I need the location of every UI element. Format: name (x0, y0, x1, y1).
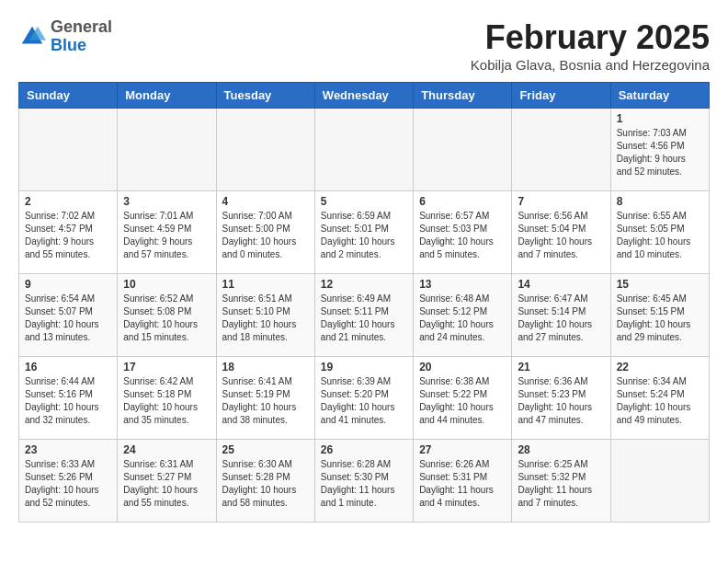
day-info: Sunrise: 6:25 AM Sunset: 5:32 PM Dayligh… (518, 458, 604, 510)
day-number: 1 (617, 112, 703, 125)
day-cell: 17Sunrise: 6:42 AM Sunset: 5:18 PM Dayli… (118, 357, 216, 440)
day-number: 28 (518, 443, 604, 456)
title-block: February 2025 Kobilja Glava, Bosnia and … (471, 18, 710, 73)
day-cell: 16Sunrise: 6:44 AM Sunset: 5:16 PM Dayli… (19, 357, 118, 440)
day-info: Sunrise: 6:33 AM Sunset: 5:26 PM Dayligh… (25, 458, 111, 510)
day-info: Sunrise: 7:03 AM Sunset: 4:56 PM Dayligh… (617, 127, 703, 178)
day-info: Sunrise: 6:47 AM Sunset: 5:14 PM Dayligh… (518, 293, 604, 344)
day-cell: 7Sunrise: 6:56 AM Sunset: 5:04 PM Daylig… (512, 191, 610, 274)
logo-general: General (51, 18, 112, 37)
day-info: Sunrise: 7:00 AM Sunset: 5:00 PM Dayligh… (222, 210, 309, 261)
day-cell: 24Sunrise: 6:31 AM Sunset: 5:27 PM Dayli… (118, 440, 216, 523)
day-info: Sunrise: 6:44 AM Sunset: 5:16 PM Dayligh… (25, 375, 111, 427)
logo-icon (18, 23, 46, 51)
day-cell: 27Sunrise: 6:26 AM Sunset: 5:31 PM Dayli… (414, 440, 512, 523)
day-info: Sunrise: 6:51 AM Sunset: 5:10 PM Dayligh… (222, 293, 309, 344)
day-number: 2 (25, 195, 111, 208)
day-number: 24 (123, 443, 210, 456)
day-number: 26 (321, 443, 407, 456)
day-cell: 15Sunrise: 6:45 AM Sunset: 5:15 PM Dayli… (610, 274, 709, 357)
day-cell: 5Sunrise: 6:59 AM Sunset: 5:01 PM Daylig… (314, 191, 413, 274)
day-cell: 19Sunrise: 6:39 AM Sunset: 5:20 PM Dayli… (314, 357, 413, 440)
day-number: 12 (321, 278, 407, 291)
weekday-header-tuesday: Tuesday (216, 83, 314, 109)
weekday-header-row: SundayMondayTuesdayWednesdayThursdayFrid… (19, 83, 710, 109)
day-cell: 13Sunrise: 6:48 AM Sunset: 5:12 PM Dayli… (414, 274, 512, 357)
day-info: Sunrise: 6:31 AM Sunset: 5:27 PM Dayligh… (123, 458, 210, 510)
day-cell: 6Sunrise: 6:57 AM Sunset: 5:03 PM Daylig… (414, 191, 512, 274)
day-info: Sunrise: 6:57 AM Sunset: 5:03 PM Dayligh… (419, 210, 506, 261)
day-info: Sunrise: 6:48 AM Sunset: 5:12 PM Dayligh… (419, 293, 506, 344)
week-row-3: 9Sunrise: 6:54 AM Sunset: 5:07 PM Daylig… (19, 274, 710, 357)
week-row-4: 16Sunrise: 6:44 AM Sunset: 5:16 PM Dayli… (19, 357, 710, 440)
day-info: Sunrise: 6:52 AM Sunset: 5:08 PM Dayligh… (123, 293, 210, 344)
logo-text: General Blue (51, 18, 112, 55)
weekday-header-sunday: Sunday (19, 83, 118, 109)
day-cell (414, 109, 512, 191)
day-cell: 10Sunrise: 6:52 AM Sunset: 5:08 PM Dayli… (118, 274, 216, 357)
day-number: 10 (123, 278, 210, 291)
day-number: 8 (617, 195, 703, 208)
day-cell: 26Sunrise: 6:28 AM Sunset: 5:30 PM Dayli… (314, 440, 413, 523)
day-info: Sunrise: 6:56 AM Sunset: 5:04 PM Dayligh… (518, 210, 604, 261)
day-number: 13 (419, 278, 506, 291)
day-info: Sunrise: 6:34 AM Sunset: 5:24 PM Dayligh… (617, 375, 703, 427)
day-info: Sunrise: 6:55 AM Sunset: 5:05 PM Dayligh… (617, 210, 703, 261)
day-number: 21 (518, 361, 604, 373)
weekday-header-thursday: Thursday (414, 83, 512, 109)
day-cell: 11Sunrise: 6:51 AM Sunset: 5:10 PM Dayli… (216, 274, 314, 357)
weekday-header-monday: Monday (118, 83, 216, 109)
day-cell (216, 109, 314, 191)
day-info: Sunrise: 6:30 AM Sunset: 5:28 PM Dayligh… (222, 458, 309, 510)
day-cell: 28Sunrise: 6:25 AM Sunset: 5:32 PM Dayli… (512, 440, 610, 523)
day-number: 3 (123, 195, 210, 208)
day-info: Sunrise: 6:49 AM Sunset: 5:11 PM Dayligh… (321, 293, 407, 344)
day-info: Sunrise: 6:39 AM Sunset: 5:20 PM Dayligh… (321, 375, 407, 427)
day-cell: 9Sunrise: 6:54 AM Sunset: 5:07 PM Daylig… (19, 274, 118, 357)
week-row-5: 23Sunrise: 6:33 AM Sunset: 5:26 PM Dayli… (19, 440, 710, 523)
day-info: Sunrise: 6:38 AM Sunset: 5:22 PM Dayligh… (419, 375, 506, 427)
day-cell (19, 109, 118, 191)
day-cell: 14Sunrise: 6:47 AM Sunset: 5:14 PM Dayli… (512, 274, 610, 357)
day-number: 9 (25, 278, 111, 291)
day-number: 6 (419, 195, 506, 208)
page-header: General Blue February 2025 Kobilja Glava… (18, 18, 710, 73)
weekday-header-friday: Friday (512, 83, 610, 109)
day-cell: 22Sunrise: 6:34 AM Sunset: 5:24 PM Dayli… (610, 357, 709, 440)
day-info: Sunrise: 6:45 AM Sunset: 5:15 PM Dayligh… (617, 293, 703, 344)
day-number: 19 (321, 361, 407, 373)
day-number: 18 (222, 361, 309, 373)
day-cell (512, 109, 610, 191)
week-row-2: 2Sunrise: 7:02 AM Sunset: 4:57 PM Daylig… (19, 191, 710, 274)
day-cell: 3Sunrise: 7:01 AM Sunset: 4:59 PM Daylig… (118, 191, 216, 274)
day-info: Sunrise: 7:02 AM Sunset: 4:57 PM Dayligh… (25, 210, 111, 261)
day-number: 27 (419, 443, 506, 456)
day-info: Sunrise: 7:01 AM Sunset: 4:59 PM Dayligh… (123, 210, 210, 261)
day-info: Sunrise: 6:26 AM Sunset: 5:31 PM Dayligh… (419, 458, 506, 510)
weekday-header-saturday: Saturday (610, 83, 709, 109)
day-number: 15 (617, 278, 703, 291)
day-number: 11 (222, 278, 309, 291)
day-number: 20 (419, 361, 506, 373)
day-info: Sunrise: 6:41 AM Sunset: 5:19 PM Dayligh… (222, 375, 309, 427)
day-info: Sunrise: 6:28 AM Sunset: 5:30 PM Dayligh… (321, 458, 407, 510)
day-info: Sunrise: 6:59 AM Sunset: 5:01 PM Dayligh… (321, 210, 407, 261)
location-subtitle: Kobilja Glava, Bosnia and Herzegovina (471, 57, 710, 73)
day-cell: 2Sunrise: 7:02 AM Sunset: 4:57 PM Daylig… (19, 191, 118, 274)
day-cell: 8Sunrise: 6:55 AM Sunset: 5:05 PM Daylig… (610, 191, 709, 274)
logo: General Blue (18, 18, 112, 55)
day-number: 16 (25, 361, 111, 373)
day-cell: 25Sunrise: 6:30 AM Sunset: 5:28 PM Dayli… (216, 440, 314, 523)
day-cell: 12Sunrise: 6:49 AM Sunset: 5:11 PM Dayli… (314, 274, 413, 357)
weekday-header-wednesday: Wednesday (314, 83, 413, 109)
day-cell: 1Sunrise: 7:03 AM Sunset: 4:56 PM Daylig… (610, 109, 709, 191)
day-info: Sunrise: 6:54 AM Sunset: 5:07 PM Dayligh… (25, 293, 111, 344)
day-cell (610, 440, 709, 523)
day-number: 23 (25, 443, 111, 456)
logo-blue: Blue (51, 37, 112, 55)
day-number: 4 (222, 195, 309, 208)
day-cell (118, 109, 216, 191)
day-cell: 23Sunrise: 6:33 AM Sunset: 5:26 PM Dayli… (19, 440, 118, 523)
day-number: 7 (518, 195, 604, 208)
calendar-table: SundayMondayTuesdayWednesdayThursdayFrid… (18, 82, 710, 523)
